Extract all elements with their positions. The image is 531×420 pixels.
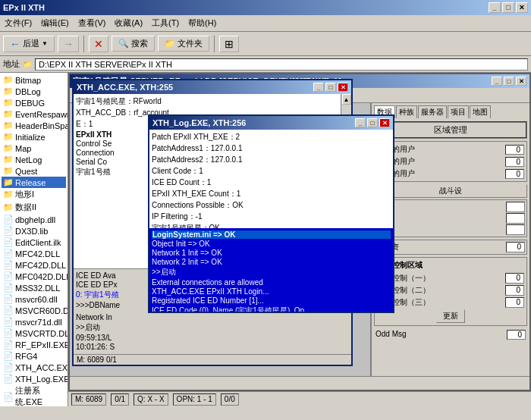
sidebar-item-dblog[interactable]: 📁DBLog [2, 86, 66, 97]
log-w-6: EPxII XTH_EXE Count：1 [152, 189, 391, 199]
menu-tools[interactable]: 工具(T) [150, 17, 181, 30]
log-w-1: Patch EPxII XTH_EXE：2 [152, 132, 391, 143]
menu-edit[interactable]: 编辑(E) [39, 17, 71, 30]
sidebar-item-initialize[interactable]: 📁Initialize [2, 131, 66, 143]
grid-button[interactable]: ⊞ [219, 36, 239, 52]
sidebar-item-terrain[interactable]: 📁地形I [2, 188, 66, 201]
app-title: EPx II XTH [3, 3, 45, 12]
sidebar-item-mfc042d[interactable]: 📄MFC042D.DLL [2, 271, 66, 282]
game-users-row: 游戏的用户 0 [377, 156, 524, 167]
sidebar-item-debug[interactable]: 📁DEBUG [2, 97, 66, 108]
log-w-8: IP Filtering：-1 [152, 212, 391, 222]
file-icon: 📄 [3, 317, 14, 327]
items-section: 项目 项目 项目 [374, 199, 527, 237]
odd-msg-section: Odd Msg 0 [374, 328, 527, 341]
separator1 [83, 36, 84, 52]
acc-close-btn[interactable]: ✕ [338, 83, 348, 92]
sidebar-item-netlog[interactable]: 📁NetLog [2, 154, 66, 165]
menu-bar: 文件(F) 编辑(E) 查看(V) 收藏(A) 工具(T) 帮助(H) [0, 15, 531, 32]
search-button[interactable]: 🔍 搜索 [112, 36, 155, 52]
sidebar-item-xthlog[interactable]: 📄XTH_Log.EXE [2, 373, 66, 384]
sidebar-item-map[interactable]: 📁Map [2, 143, 66, 154]
log-b-2: Object Init => OK [152, 240, 391, 248]
sidebar-item-rfepxii[interactable]: 📄RF_EPxII.EXE [2, 339, 66, 350]
folder-icon: 📁 [165, 39, 175, 49]
acc-bottom-line-6: >>启动 [76, 322, 349, 333]
tabs-row: 数据 种族 服务器 项目 地图 [374, 105, 527, 118]
server-maximize-btn[interactable]: □ [504, 77, 514, 86]
back-button[interactable]: ← 后退 ▼ [3, 36, 55, 52]
sidebar-item-quest[interactable]: 📁Quest [2, 165, 66, 177]
area-management-btn[interactable]: 区域管理 [374, 121, 527, 139]
control-value-3: 0 [505, 297, 524, 308]
sidebar-item-editclient[interactable]: 📄EditClient.ilk [2, 237, 66, 248]
tab-race[interactable]: 种族 [396, 105, 417, 118]
file-icon: 📄 [3, 351, 14, 361]
update-btn[interactable]: 更新 [436, 309, 465, 323]
folder-button[interactable]: 📁 文件夹 [158, 36, 209, 52]
address-input[interactable] [35, 58, 528, 71]
file-icon: 📄 [3, 283, 14, 293]
connected-users-value: 0 [505, 145, 524, 155]
acc-minimize-btn[interactable]: _ [313, 83, 324, 92]
file-icon: 📄 [3, 215, 14, 224]
log-minimize-btn[interactable]: _ [355, 118, 366, 127]
acc-maximize-btn[interactable]: □ [325, 83, 336, 92]
tab-map[interactable]: 地图 [470, 105, 491, 118]
odd-msg-label: Odd Msg [375, 330, 407, 340]
game-users-value: 0 [505, 157, 524, 167]
stop-button[interactable]: ✕ [89, 36, 108, 52]
server-statusbar [70, 376, 529, 390]
log-maximize-btn[interactable]: □ [367, 118, 378, 127]
sidebar-item-msvcr60[interactable]: 📄msvcr60.dll [2, 293, 66, 305]
maximize-btn[interactable]: □ [502, 2, 514, 13]
sidebar-item-dbghelp[interactable]: 📄dbghelp.dll [2, 214, 66, 225]
close-btn[interactable]: ✕ [516, 2, 528, 13]
online-users-value: 0 [505, 169, 524, 179]
odd-msg-value: 0 [507, 330, 526, 340]
sidebar-item-dx3d[interactable]: 📄DX3D.lib [2, 225, 66, 237]
sidebar-item-msvcr71d[interactable]: 📄msvcr71d.dll [2, 316, 66, 328]
item-row-1: 项目 [376, 202, 525, 212]
control-value-2: 0 [505, 285, 524, 296]
menu-view[interactable]: 查看(V) [77, 17, 108, 30]
folder-icon: 📁 [3, 143, 14, 153]
sidebar-item-eventrespawn[interactable]: 📁EventRespawn [2, 108, 66, 120]
separator2 [214, 36, 215, 52]
sidebar-item-bitmap[interactable]: 📁Bitmap [2, 74, 66, 86]
scroll-up-btn[interactable]: ▲ [342, 94, 351, 105]
minimize-btn[interactable]: _ [489, 2, 501, 13]
log-close-btn[interactable]: ✕ [379, 118, 390, 127]
server-close-btn[interactable]: ✕ [516, 77, 526, 86]
menu-favorites[interactable]: 收藏(A) [113, 17, 144, 30]
sidebar-item-msvcr60d[interactable]: 📄MSVCR60D.DLL [2, 305, 66, 316]
dropdown-icon[interactable]: ▼ [42, 40, 48, 47]
sidebar-item-release[interactable]: 📁Release [2, 177, 66, 188]
file-icon: 📄 [3, 271, 14, 281]
sidebar-item-register[interactable]: 📄注册系统.EXE [2, 384, 66, 406]
forward-button[interactable]: → [58, 36, 79, 52]
menu-help[interactable]: 帮助(H) [187, 17, 218, 30]
combat-btn[interactable]: 战斗设 [374, 184, 527, 198]
item-value-2 [506, 213, 525, 224]
address-icon: 📁 [23, 60, 32, 68]
main-control-section: 主要控制区域 数据控制（一） 0 数据控制（二） 0 数据控制（三） [374, 257, 527, 326]
file-icon: 📄 [3, 294, 14, 304]
back-label: 后退 [23, 38, 39, 49]
sidebar-item-xthacc[interactable]: 📄XTH_ACC.EXE [2, 362, 66, 373]
sidebar-item-msvcrtd[interactable]: 📄MSVCRTD.DLL [2, 328, 66, 339]
sidebar-item-mfc42d[interactable]: 📄MFC42D.DLL [2, 259, 66, 271]
main-control-label: 主要控制区域 [377, 260, 524, 271]
file-icon: 📄 [3, 392, 14, 402]
file-icon: 📄 [3, 237, 14, 247]
menu-file[interactable]: 文件(F) [3, 17, 33, 30]
server-minimize-btn[interactable]: _ [492, 77, 502, 86]
folder-icon: 📁 [3, 202, 14, 212]
sidebar-item-mss32[interactable]: 📄MSS32.DLL [2, 282, 66, 293]
tab-server[interactable]: 服务器 [418, 105, 447, 118]
tab-items[interactable]: 项目 [448, 105, 469, 118]
sidebar-item-data2[interactable]: 📁数据II [2, 201, 66, 214]
sidebar-item-mfc42[interactable]: 📄MFC42.DLL [2, 248, 66, 259]
sidebar-item-rfg4[interactable]: 📄RFG4 [2, 350, 66, 362]
sidebar-item-headerbinspace[interactable]: 📁HeaderBinSpace [2, 120, 66, 131]
